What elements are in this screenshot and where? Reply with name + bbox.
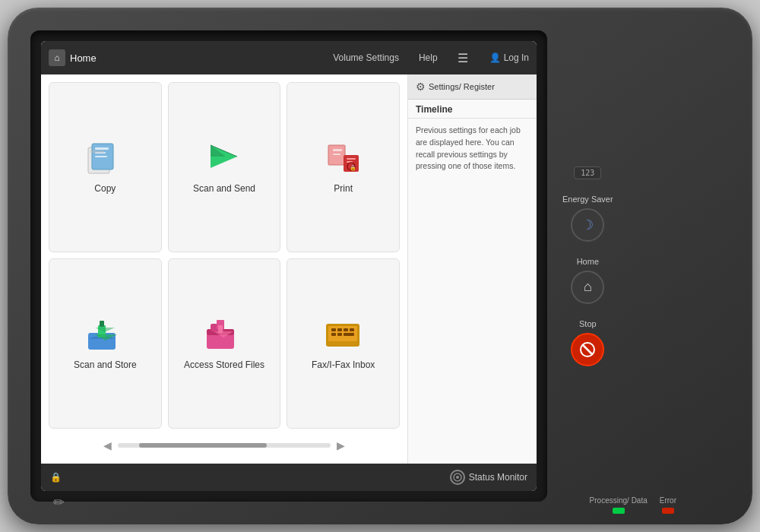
svg-text:🔒: 🔒 [350, 164, 356, 171]
scroll-row: ◀ ▶ [49, 435, 400, 456]
volume-settings-button[interactable]: Volume Settings [327, 49, 405, 66]
svg-rect-11 [333, 154, 340, 155]
scan-store-tile[interactable]: Scan and Store [49, 258, 162, 429]
svg-rect-37 [328, 342, 357, 345]
print-label: Print [334, 183, 353, 195]
home-hw-icon: ⌂ [584, 279, 592, 295]
copy-icon [82, 139, 128, 177]
energy-saver-button[interactable]: ☽ [571, 208, 604, 242]
error-led [662, 508, 674, 514]
home-hw-label: Home [577, 257, 599, 266]
indicators: Processing/ Data Error [590, 496, 676, 514]
home-bar-button[interactable]: ⌂ Home [49, 49, 97, 66]
home-bar-icon: ⌂ [49, 49, 65, 66]
energy-saver-label: Energy Saver [562, 195, 613, 204]
help-button[interactable]: Help [413, 49, 444, 66]
scan-send-icon [201, 139, 247, 177]
svg-point-39 [456, 476, 459, 479]
stop-icon [579, 341, 596, 358]
top-bar: ⌂ Home Volume Settings Help ☰ 👤 Log In [41, 41, 537, 74]
print-tile[interactable]: 🔒 Print [287, 82, 400, 252]
settings-register-button[interactable]: ⚙ Settings/ Register [408, 74, 537, 100]
scan-send-label: Scan and Send [193, 183, 255, 195]
svg-rect-13 [347, 158, 356, 160]
scan-send-tile[interactable]: Scan and Send [168, 82, 281, 252]
menu-button[interactable]: ☰ [451, 48, 474, 68]
svg-rect-4 [95, 156, 107, 157]
login-button[interactable]: 👤 Log In [489, 52, 529, 63]
timeline-description: Previous settings for each job are displ… [408, 119, 537, 179]
copy-label: Copy [94, 183, 116, 195]
svg-marker-21 [95, 328, 115, 332]
app-grid: Copy Scan and Send [49, 82, 400, 429]
screen: ⌂ Home Volume Settings Help ☰ 👤 Log In [41, 41, 537, 491]
status-bar: 🔒 Status Monitor [41, 464, 537, 491]
svg-rect-31 [337, 328, 342, 331]
pencil-icon: ✏ [53, 494, 65, 511]
copy-tile[interactable]: Copy [49, 82, 162, 252]
screen-container: ⌂ Home Volume Settings Help ☰ 👤 Log In [30, 30, 547, 502]
error-label: Error [660, 496, 676, 505]
login-label: Log In [504, 52, 529, 63]
scan-store-icon [82, 315, 128, 353]
svg-rect-20 [100, 321, 104, 327]
stop-label: Stop [579, 319, 597, 328]
gear-icon: ⚙ [416, 81, 426, 93]
home-hardware-button[interactable]: ⌂ [571, 271, 604, 304]
side-panel: ⚙ Settings/ Register Timeline Previous s… [407, 74, 537, 464]
svg-rect-10 [333, 149, 342, 151]
svg-rect-27 [218, 325, 223, 333]
svg-rect-2 [95, 147, 109, 150]
scroll-right-arrow[interactable]: ▶ [337, 439, 345, 451]
home-bar-label: Home [70, 52, 97, 64]
svg-rect-30 [331, 328, 336, 331]
moon-icon: ☽ [581, 217, 594, 233]
grid-area: Copy Scan and Send [41, 74, 407, 464]
scroll-left-arrow[interactable]: ◀ [103, 439, 112, 451]
fax-tile[interactable]: Fax/I-Fax Inbox [287, 258, 400, 429]
counter-display: 123 [574, 166, 601, 179]
scan-store-label: Scan and Store [74, 359, 137, 372]
error-indicator: Error [660, 496, 676, 514]
device-body: ⌂ Home Volume Settings Help ☰ 👤 Log In [8, 8, 752, 524]
svg-rect-35 [337, 333, 342, 336]
status-monitor-icon [450, 470, 465, 485]
stop-button[interactable] [571, 333, 604, 366]
person-icon: 👤 [489, 52, 501, 63]
svg-rect-33 [350, 328, 354, 331]
svg-rect-36 [344, 333, 354, 336]
settings-register-label: Settings/ Register [429, 82, 495, 91]
processing-led [613, 508, 625, 514]
svg-rect-5 [90, 150, 104, 153]
fax-icon [321, 315, 366, 353]
processing-label: Processing/ Data [590, 496, 648, 505]
status-monitor-label: Status Monitor [469, 472, 527, 483]
scroll-thumb [139, 443, 267, 448]
timeline-label: Timeline [408, 100, 537, 119]
right-controls: 123 Energy Saver ☽ Home ⌂ Stop [562, 166, 613, 366]
lock-icon: 🔒 [50, 472, 62, 483]
print-icon: 🔒 [321, 139, 366, 177]
access-files-tile[interactable]: Access Stored Files [168, 258, 281, 429]
bottom-area: ✏ [53, 494, 65, 511]
status-monitor-button[interactable]: Status Monitor [450, 470, 527, 485]
svg-rect-34 [331, 333, 336, 336]
access-files-icon [201, 315, 247, 353]
fax-label: Fax/I-Fax Inbox [312, 359, 375, 372]
processing-indicator: Processing/ Data [590, 496, 648, 514]
scroll-track[interactable] [118, 443, 331, 448]
svg-line-41 [583, 345, 592, 354]
svg-rect-32 [344, 328, 348, 331]
main-content: Copy Scan and Send [41, 74, 537, 464]
access-files-label: Access Stored Files [184, 359, 264, 372]
